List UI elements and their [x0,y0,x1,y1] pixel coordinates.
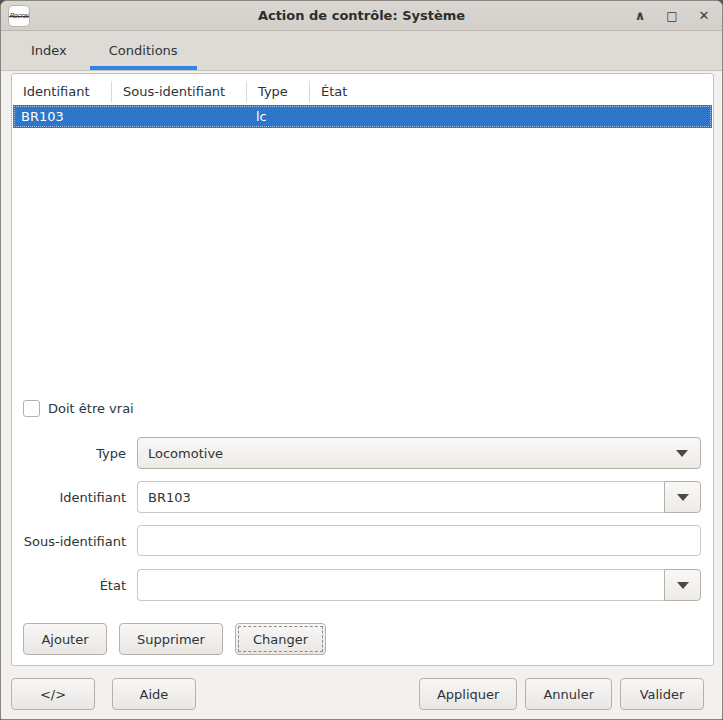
sous-identifiant-input[interactable] [137,525,701,556]
conditions-table-header: Identifiant Sous-identifiant Type État [12,78,713,105]
dialog-buttons-left: </> Aide [11,678,196,710]
form-row-sous-identifiant: Sous-identifiant [12,525,701,557]
chevron-down-icon [677,494,689,501]
chevron-down-icon [677,582,689,589]
type-select[interactable]: Locomotive [137,437,701,469]
table-row[interactable]: BR103 lc [13,105,712,128]
ajouter-button[interactable]: Ajouter [23,623,107,655]
tab-index[interactable]: Index [10,31,88,70]
maximize-icon[interactable]: □ [664,8,680,24]
dialog-buttons-right: Appliquer Annuler Valider [419,678,704,710]
type-select-value: Locomotive [148,446,223,461]
appliquer-button[interactable]: Appliquer [419,678,517,710]
minimize-icon[interactable]: ∧ [632,8,648,24]
chevron-down-icon [676,450,688,457]
form-row-type: Type Locomotive [12,437,701,469]
etat-label: État [12,578,126,593]
tab-conditions[interactable]: Conditions [88,31,199,70]
etat-dropdown-button[interactable] [664,569,701,601]
tab-bar: Index Conditions [1,31,722,71]
window-controls: ∧ □ ✕ [632,1,712,31]
cell-etat [311,105,712,128]
sous-identifiant-label: Sous-identifiant [12,534,126,549]
xml-source-button[interactable]: </> [11,678,95,710]
titlebar: Rocrail Action de contrôle: Système ∧ □ … [1,1,722,31]
cell-identifiant: BR103 [13,105,113,128]
identifiant-label: Identifiant [12,490,126,505]
must-be-true-row: Doit être vrai [23,400,134,417]
etat-combobox [137,569,701,601]
window-title: Action de contrôle: Système [1,8,722,23]
form-row-etat: État [12,569,701,601]
close-icon[interactable]: ✕ [696,8,712,24]
column-header-sous-identifiant[interactable]: Sous-identifiant [112,81,247,102]
column-header-type[interactable]: Type [247,81,310,102]
valider-button[interactable]: Valider [620,678,704,710]
column-header-identifiant[interactable]: Identifiant [12,81,112,102]
supprimer-button[interactable]: Supprimer [119,623,223,655]
identifiant-combobox: BR103 [137,481,701,513]
dialog-button-bar: </> Aide Appliquer Annuler Valider [11,678,704,710]
type-label: Type [12,446,126,461]
identifiant-dropdown-button[interactable] [664,481,701,513]
list-button-row: Ajouter Supprimer Changer [23,623,326,655]
column-header-etat[interactable]: État [310,81,713,102]
dialog-window: Rocrail Action de contrôle: Système ∧ □ … [0,0,723,720]
form-row-identifiant: Identifiant BR103 [12,481,701,513]
must-be-true-label: Doit être vrai [48,401,134,416]
identifiant-input[interactable]: BR103 [137,481,664,513]
aide-button[interactable]: Aide [112,678,196,710]
must-be-true-checkbox[interactable] [23,400,40,417]
cell-type: lc [248,105,311,128]
annuler-button[interactable]: Annuler [525,678,612,710]
cell-sous-identifiant [113,105,248,128]
etat-input[interactable] [137,569,664,601]
conditions-panel: Identifiant Sous-identifiant Type État B… [11,73,714,666]
changer-button[interactable]: Changer [235,623,326,655]
